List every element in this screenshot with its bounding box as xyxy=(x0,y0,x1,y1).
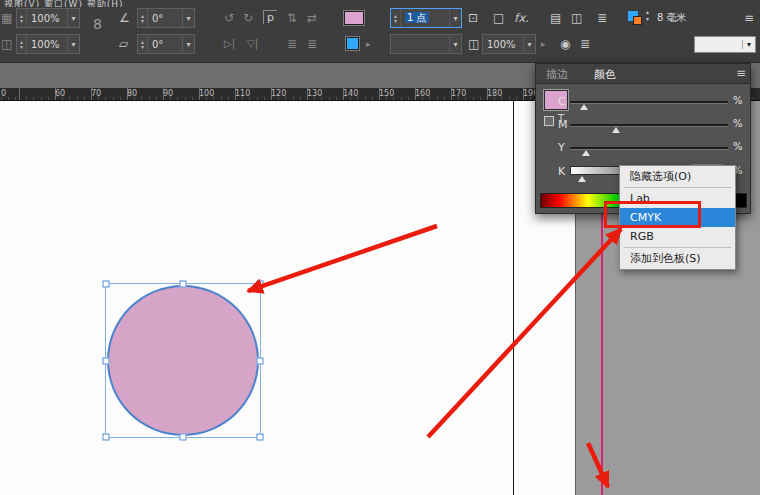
slider-marker[interactable] xyxy=(612,127,620,133)
scale-x-combo[interactable]: ▴▾ 100% ▾ xyxy=(16,8,80,28)
channel-percent: % xyxy=(733,141,743,152)
shear-icon: ▱ xyxy=(119,34,128,54)
channel-slider[interactable] xyxy=(570,147,728,150)
constrain-link-icon[interactable]: 8 xyxy=(93,14,102,34)
opacity-combo[interactable]: 100% ▾ xyxy=(482,34,536,54)
menu-item-hide-options[interactable]: 隐藏选项(O) xyxy=(620,167,735,186)
text-wrap-bound-icon[interactable]: ◫ xyxy=(571,8,582,28)
dropdown-icon[interactable]: ▾ xyxy=(449,9,461,27)
selection-handle[interactable] xyxy=(103,357,110,364)
stepper-icon[interactable]: ▴▾ xyxy=(138,9,148,27)
effects-fx-label[interactable]: fx. xyxy=(514,8,529,28)
align-icon[interactable]: ≣ xyxy=(287,34,297,54)
distribute-horizontal-icon[interactable]: ⇄ xyxy=(307,8,317,28)
expand-arrow-icon[interactable]: ▸ xyxy=(366,34,371,54)
ruler-tick-label: 70 xyxy=(91,89,101,98)
cut-icon: ▦ xyxy=(1,8,12,28)
effects-target-icon[interactable]: ◫ xyxy=(468,34,479,54)
fill-proxy-icon[interactable] xyxy=(544,116,554,126)
ruler-tick-label: 100 xyxy=(199,89,214,98)
style-preset-combo[interactable]: ▾ xyxy=(694,36,756,53)
selection-handle[interactable] xyxy=(180,434,187,441)
channel-slider[interactable] xyxy=(570,101,728,104)
ruler-tick-label: 130 xyxy=(307,89,322,98)
fill-color-swatch[interactable] xyxy=(344,11,364,25)
tab-color[interactable]: 颜色 xyxy=(594,67,616,82)
list-options-icon[interactable]: ≣ xyxy=(580,34,590,54)
application-window: 视图(V) 窗口(W) 帮助(H) ▦ ▴▾ 100% ▾ 8 ∠ ▴▾ 0° … xyxy=(0,0,760,495)
stepper-icon[interactable]: ▴▾ xyxy=(391,9,401,27)
ruler-tick-label: 90 xyxy=(163,89,173,98)
stepper-icon[interactable]: ▴▾ xyxy=(138,35,148,53)
cmyk-highlight-box xyxy=(604,201,701,228)
stepper-icon[interactable]: ▴▾ xyxy=(646,8,654,28)
shear-combo[interactable]: ▴▾ 0° ▾ xyxy=(137,34,195,54)
distribute-vertical-icon[interactable]: ⇅ xyxy=(287,8,297,28)
ruler-tick-label: 160 xyxy=(415,89,430,98)
channel-label: Y xyxy=(558,141,565,154)
selection-bounding-box[interactable] xyxy=(105,283,261,438)
corner-shape-icon[interactable] xyxy=(628,11,642,25)
corner-size-value[interactable]: 8 毫米 xyxy=(657,8,687,28)
stepper-icon[interactable]: ▴▾ xyxy=(17,35,27,53)
dropdown-icon[interactable]: ▾ xyxy=(67,35,79,53)
corner-shape-orange xyxy=(633,16,642,25)
selection-handle[interactable] xyxy=(103,281,110,288)
menubar-fragment: 视图(V) 窗口(W) 帮助(H) xyxy=(4,0,124,7)
menu-item-add-to-swatches[interactable]: 添加到色板(S) xyxy=(620,249,735,268)
ellipse-shape[interactable] xyxy=(107,285,259,436)
menu-separator xyxy=(624,187,731,188)
selection-handle[interactable] xyxy=(180,281,187,288)
selection-handle[interactable] xyxy=(257,434,264,441)
ruler-tick-label: 140 xyxy=(343,89,358,98)
slider-marker[interactable] xyxy=(582,150,590,156)
slider-marker[interactable] xyxy=(578,176,586,182)
dropdown-icon[interactable]: ▾ xyxy=(449,35,461,53)
ruler-tick-label: 170 xyxy=(451,89,466,98)
drop-shadow-icon[interactable]: ◉ xyxy=(560,34,570,54)
selection-handle[interactable] xyxy=(103,434,110,441)
shear-value[interactable]: 0° xyxy=(148,39,182,50)
rotation-combo[interactable]: ▴▾ 0° ▾ xyxy=(137,8,195,28)
opacity-value[interactable]: 100% xyxy=(483,39,523,50)
scale-y-combo[interactable]: ▴▾ 100% ▾ xyxy=(16,34,80,54)
scale-x-value[interactable]: 100% xyxy=(27,13,67,24)
frame-icon[interactable]: □ xyxy=(493,8,504,28)
stepper-icon[interactable]: ▴▾ xyxy=(17,9,27,27)
text-wrap-none-icon[interactable]: ▤ xyxy=(550,8,561,28)
selection-handle[interactable] xyxy=(257,281,264,288)
menu-item-rgb[interactable]: RGB xyxy=(620,227,735,246)
tab-stroke[interactable]: 描边 xyxy=(546,67,568,82)
menu-separator xyxy=(624,247,731,248)
dropdown-icon[interactable]: ▾ xyxy=(742,40,755,49)
rotate-cw-icon[interactable]: ↻ xyxy=(243,8,253,28)
dropdown-icon[interactable]: ▾ xyxy=(182,35,194,53)
wrap-options-icon[interactable]: ≣ xyxy=(597,8,607,28)
stroke-weight-combo[interactable]: ▴▾ 1 点 ▾ xyxy=(390,8,462,28)
control-panel-menu-icon[interactable]: ≡ xyxy=(744,8,754,28)
corner-options-icon[interactable]: ⊡ xyxy=(468,8,478,28)
ruler-tick-label: 180 xyxy=(487,89,502,98)
flip-vertical-icon[interactable]: ▽| xyxy=(247,34,258,54)
dropdown-icon[interactable]: ▾ xyxy=(67,9,79,27)
dropdown-icon[interactable]: ▾ xyxy=(523,35,535,53)
reference-point-label: p xyxy=(263,10,277,24)
slider-marker[interactable] xyxy=(580,104,588,110)
channel-slider[interactable] xyxy=(570,124,728,127)
stroke-style-combo[interactable]: ▾ xyxy=(390,34,462,54)
dropdown-icon[interactable]: ▾ xyxy=(182,9,194,27)
align-icon[interactable]: ≣ xyxy=(307,34,317,54)
ruler-tick-label: 80 xyxy=(127,89,137,98)
stroke-weight-value[interactable]: 1 点 xyxy=(401,11,449,25)
expand-arrow-icon[interactable]: ▸ xyxy=(541,34,546,54)
rotate-ccw-icon[interactable]: ↺ xyxy=(224,8,234,28)
style-preset-preview xyxy=(699,40,738,49)
panel-menu-icon[interactable]: ≡ xyxy=(736,66,746,80)
ruler-tick-label: 60 xyxy=(55,89,65,98)
page-edge-line xyxy=(513,101,514,495)
flip-horizontal-icon[interactable]: ▷| xyxy=(224,34,235,54)
stroke-color-swatch[interactable] xyxy=(346,37,359,50)
scale-y-value[interactable]: 100% xyxy=(27,39,67,50)
selection-handle[interactable] xyxy=(257,357,264,364)
rotation-value[interactable]: 0° xyxy=(148,13,182,24)
